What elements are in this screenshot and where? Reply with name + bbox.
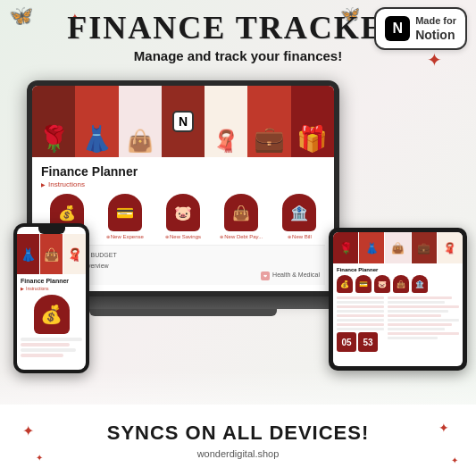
hero-figure-3: 👜: [119, 86, 162, 157]
expense-symbol-icon: 💳: [116, 205, 134, 221]
phone-instr-arrow: ▶: [21, 286, 24, 291]
icon-bill: 🏦 New Bill: [274, 194, 325, 239]
tr-row-2: [388, 301, 445, 304]
sparkle-2-icon: ✦: [427, 49, 442, 71]
bill-arch-icon: 🏦: [282, 194, 316, 231]
hero-img-3: 👜: [119, 86, 162, 157]
tablet-hero-2: 👗: [359, 232, 384, 263]
t-row-5: [337, 314, 384, 317]
phone-list-row-2: [21, 343, 70, 347]
phone-planner-title: Finance Planner: [21, 278, 82, 284]
tablet-icon-1: 💰: [337, 275, 353, 293]
savings-symbol-icon: 🐷: [174, 205, 192, 221]
bill-label: New Bill: [288, 234, 312, 239]
tablet-icon-row: 💰 💳 🐷 👜 🏦: [337, 275, 459, 293]
syncs-text: SYNCS ON ALL DEVICES!: [107, 422, 370, 445]
phone-mockup: 👗 👜 🧣 Finance Planner ▶ Instructions 💰: [13, 223, 89, 373]
tr-row-9: [388, 332, 459, 335]
tablet-icon-5: 🏦: [412, 275, 428, 293]
notion-badge: N Made for Notion: [374, 7, 467, 50]
notion-logo-icon: N: [385, 16, 410, 41]
phone-list-row-4: [21, 354, 63, 357]
phone-hero-strip: 👗 👜 🧣: [17, 234, 86, 274]
sparkle-banner-right2: ✦: [451, 455, 458, 465]
phone-screen: 👗 👜 🧣 Finance Planner ▶ Instructions 💰: [17, 227, 86, 370]
notion-line2: Notion: [415, 28, 455, 42]
t-row-7: [337, 323, 384, 326]
tablet-left-col: 05 53: [337, 296, 384, 355]
phone-hero-1: 👗: [17, 234, 39, 274]
tablet-hero-5: 🧣: [438, 232, 463, 263]
debt-symbol-icon: 👜: [232, 205, 250, 221]
planner-instructions: Instructions: [41, 180, 325, 188]
hero-img-4: N: [162, 86, 205, 157]
hero-figure-6: 💼: [247, 86, 290, 157]
t-row-8: [337, 328, 384, 330]
notion-line1: Made for: [415, 15, 456, 26]
list-dot-health: ❤: [261, 271, 270, 280]
hero-image-strip: 🌹 👗 👜 N 🧣 💼 🎁: [32, 86, 334, 157]
tr-row-10: [388, 337, 438, 339]
phone-hero-2: 👜: [40, 234, 63, 274]
debt-label: New Debt Pay...: [220, 234, 263, 239]
icon-savings: 🐷 New Savings: [157, 194, 208, 239]
tablet-right-col: [388, 296, 459, 355]
sparkle-banner-right: ✦: [438, 421, 449, 435]
income-symbol-icon: 💰: [58, 205, 76, 221]
icon-expense: 💳 New Expense: [99, 194, 150, 239]
phone-hero-3: 🧣: [63, 234, 86, 274]
savings-label: New Savings: [165, 234, 201, 239]
tablet-planner-title: Finance Planner: [337, 267, 459, 272]
sparkle-banner-left: ✦: [22, 422, 34, 439]
t-row-2: [337, 301, 384, 304]
list-label-health: Health & Medical: [272, 271, 320, 280]
tablet-hero-3: 👜: [385, 232, 410, 263]
website-text: wonderdigital.shop: [197, 448, 280, 459]
hero-figure-2: 👗: [75, 86, 118, 157]
tablet-hero-4: 💼: [412, 232, 437, 263]
gradient-overlay: [0, 371, 476, 406]
notion-hero-icon: N: [172, 111, 194, 132]
list-extra-labels: ❤ Health & Medical: [261, 271, 320, 280]
t-row-6: [337, 319, 384, 322]
tr-row-7: [388, 323, 452, 326]
tr-row-4: [388, 310, 448, 313]
tablet-date-1: 05: [337, 332, 356, 352]
bottom-banner: ✦ ✦ ✦ ✦ SYNCS ON ALL DEVICES! wonderdigi…: [0, 405, 476, 476]
phone-list-row-1: [21, 338, 82, 341]
tablet-date-boxes: 05 53: [337, 332, 384, 352]
notion-badge-text: Made for Notion: [415, 14, 456, 43]
phone-outer: 👗 👜 🧣 Finance Planner ▶ Instructions 💰: [13, 223, 89, 373]
tablet-hero-strip: 🌹 👗 👜 💼 🧣: [333, 232, 463, 263]
debt-arch-icon: 👜: [224, 194, 258, 231]
phone-instructions: ▶ Instructions: [21, 286, 82, 291]
planner-title: Finance Planner: [41, 164, 325, 179]
tablet-content: Finance Planner 💰 💳 🐷 👜 🏦: [333, 263, 463, 358]
tablet-two-col: 05 53: [337, 296, 459, 355]
t-row-4: [337, 310, 384, 313]
bill-symbol-icon: 🏦: [290, 205, 308, 221]
hero-img-5: 🧣: [205, 86, 247, 157]
phone-notch: [38, 227, 65, 234]
savings-arch-icon: 🐷: [166, 194, 200, 231]
sparkle-banner-left2: ✦: [36, 453, 43, 463]
hero-img-1: 🌹: [32, 86, 75, 157]
phone-main-icon: 💰: [34, 295, 70, 334]
phone-content: Finance Planner ▶ Instructions 💰: [17, 274, 86, 361]
hero-figure-1: 🌹: [32, 86, 75, 157]
tablet-date-2: 53: [358, 332, 378, 352]
tablet-icon-3: 🐷: [374, 275, 390, 293]
laptop-stand: [89, 309, 277, 316]
hero-img-6: 💼: [247, 86, 290, 157]
tablet-icon-2: 💳: [355, 275, 372, 293]
tablet-icon-4: 👜: [393, 275, 409, 293]
tr-row-1: [388, 296, 452, 299]
hero-img-7: 🎁: [291, 86, 334, 157]
tablet-outer: 🌹 👗 👜 💼 🧣 Finance Planner 💰 💳 🐷 👜 🏦: [329, 228, 467, 371]
page-subtitle: Manage and track your finances!: [0, 48, 476, 63]
expense-label: New Expense: [106, 234, 144, 239]
icon-debt: 👜 New Debt Pay...: [216, 194, 267, 239]
hero-figure-5: 🧣: [205, 86, 247, 157]
tr-row-3: [388, 305, 459, 308]
phone-list: [21, 338, 82, 357]
